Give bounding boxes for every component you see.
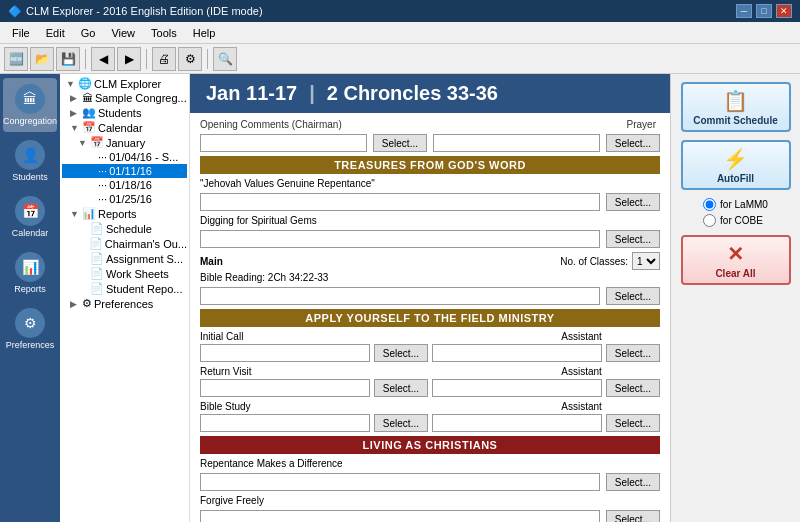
toolbar-new[interactable]: 🆕 [4,47,28,71]
tree-item-clm[interactable]: ▼ 🌐 CLM Explorer [62,76,187,91]
tree-item-student-reports[interactable]: 📄 Student Repo... [62,281,187,296]
initial-call-select[interactable]: Select... [374,344,428,362]
bible-reading-input[interactable] [200,287,600,305]
tree-panel: ▼ 🌐 CLM Explorer ▶ 🏛 Sample Congreg... ▶… [60,74,190,522]
menu-edit[interactable]: Edit [38,25,73,41]
toolbar-separator-2 [146,49,147,69]
return-visit-col: Return Visit [200,366,370,397]
living-item2-select[interactable]: Select... [606,510,660,522]
toolbar-separator-1 [85,49,86,69]
minimize-button[interactable]: ─ [736,4,752,18]
window-controls: ─ □ ✕ [736,4,792,18]
tree-item-assignment-slip[interactable]: 📄 Assignment S... [62,251,187,266]
initial-call-assistant-select[interactable]: Select... [606,344,660,362]
expand-icon: ▶ [70,93,80,103]
bible-study-col: Bible Study [200,401,370,432]
tree-item-week3[interactable]: ··· 01/18/16 [62,178,187,192]
sidebar-item-students[interactable]: 👤 Students [3,134,57,188]
bible-study-label: Bible Study [200,401,370,412]
bible-study-assistant-input[interactable] [432,414,602,432]
living-item2-label-row: Forgive Freely [200,495,660,506]
initial-call-assistant-input[interactable] [432,344,602,362]
bible-study-row: Bible Study Select... Assistant Select..… [200,401,660,432]
return-visit-select[interactable]: Select... [374,379,428,397]
bible-reading-select[interactable]: Select... [606,287,660,305]
toolbar-print[interactable]: 🖨 [152,47,176,71]
tree-item-students[interactable]: ▶ 👥 Students [62,105,187,120]
maximize-button[interactable]: □ [756,4,772,18]
tree-item-week2[interactable]: ··· 01/11/16 [62,164,187,178]
menu-file[interactable]: File [4,25,38,41]
living-item1-select[interactable]: Select... [606,473,660,491]
return-visit-input[interactable] [200,379,370,397]
menu-tools[interactable]: Tools [143,25,185,41]
prayer-input[interactable] [433,134,600,152]
bible-study-assistant-select[interactable]: Select... [606,414,660,432]
tree-item-reports[interactable]: ▼ 📊 Reports [62,206,187,221]
opening-comments-row: Opening Comments (Chairman) Prayer [200,119,660,130]
clear-all-button[interactable]: ✕ Clear All [681,235,791,285]
sidebar-item-reports[interactable]: 📊 Reports [3,246,57,300]
main-label: Main [200,256,223,267]
tree-icon-week1: ··· [98,151,107,163]
radio-cobe[interactable]: for COBE [703,214,768,227]
tree-item-week4[interactable]: ··· 01/25/16 [62,192,187,206]
prayer-label: Prayer [627,119,656,130]
tree-item-january[interactable]: ▼ 📅 January [62,135,187,150]
treasures-item1-input[interactable] [200,193,600,211]
return-visit-assistant-col: Assistant [432,366,602,397]
week-label: Jan 11-17 [206,82,297,105]
radio-lammo[interactable]: for LaMM0 [703,198,768,211]
toolbar-save[interactable]: 💾 [56,47,80,71]
radio-lammo-input[interactable] [703,198,716,211]
tree-item-preferences[interactable]: ▶ ⚙ Preferences [62,296,187,311]
no-classes-select[interactable]: 1 2 [632,252,660,270]
tree-item-worksheets[interactable]: 📄 Work Sheets [62,266,187,281]
assistant-label-2: Assistant [432,366,602,377]
menu-bar: File Edit Go View Tools Help [0,22,800,44]
tree-item-schedule[interactable]: 📄 Schedule [62,221,187,236]
close-button[interactable]: ✕ [776,4,792,18]
tree-item-chairmans-outline[interactable]: 📄 Chairman's Ou... [62,236,187,251]
prayer-select[interactable]: Select... [606,134,660,152]
treasures-item1-select[interactable]: Select... [606,193,660,211]
expand-icon: ▼ [70,123,80,133]
living-item2-input[interactable] [200,510,600,522]
tree-icon-congregation: 🏛 [82,92,93,104]
tree-icon-co: 📄 [89,237,103,250]
sidebar-item-congregation[interactable]: 🏛 Congregation [3,78,57,132]
bible-study-assistant-col: Assistant [432,401,602,432]
toolbar-settings[interactable]: ⚙ [178,47,202,71]
menu-view[interactable]: View [103,25,143,41]
bible-study-select[interactable]: Select... [374,414,428,432]
treasures-item2-select[interactable]: Select... [606,230,660,248]
tree-item-week1[interactable]: ··· 01/04/16 - S... [62,150,187,164]
opening-comments-select[interactable]: Select... [373,134,427,152]
bible-study-input[interactable] [200,414,370,432]
sidebar-item-preferences[interactable]: ⚙ Preferences [3,302,57,356]
treasures-item2-input[interactable] [200,230,600,248]
living-item1-input[interactable] [200,473,600,491]
autofill-options: for LaMM0 for COBE [703,198,768,227]
expand-icon: ▶ [70,108,80,118]
commit-schedule-button[interactable]: 📋 Commit Schedule [681,82,791,132]
toolbar-forward[interactable]: ▶ [117,47,141,71]
tree-icon-week2: ··· [98,165,107,177]
return-visit-assistant-input[interactable] [432,379,602,397]
radio-cobe-input[interactable] [703,214,716,227]
tree-icon-reports: 📊 [82,207,96,220]
tree-item-congregation[interactable]: ▶ 🏛 Sample Congreg... [62,91,187,105]
tree-item-calendar[interactable]: ▼ 📅 Calendar [62,120,187,135]
toolbar-open[interactable]: 📂 [30,47,54,71]
return-visit-assistant-select[interactable]: Select... [606,379,660,397]
initial-call-input[interactable] [200,344,370,362]
toolbar-back[interactable]: ◀ [91,47,115,71]
tree-icon-students: 👥 [82,106,96,119]
opening-comments-input[interactable] [200,134,367,152]
menu-go[interactable]: Go [73,25,104,41]
sidebar-item-calendar[interactable]: 📅 Calendar [3,190,57,244]
assistant-label-1: Assistant [432,331,602,342]
toolbar-search[interactable]: 🔍 [213,47,237,71]
menu-help[interactable]: Help [185,25,224,41]
autofill-button[interactable]: ⚡ AutoFill [681,140,791,190]
